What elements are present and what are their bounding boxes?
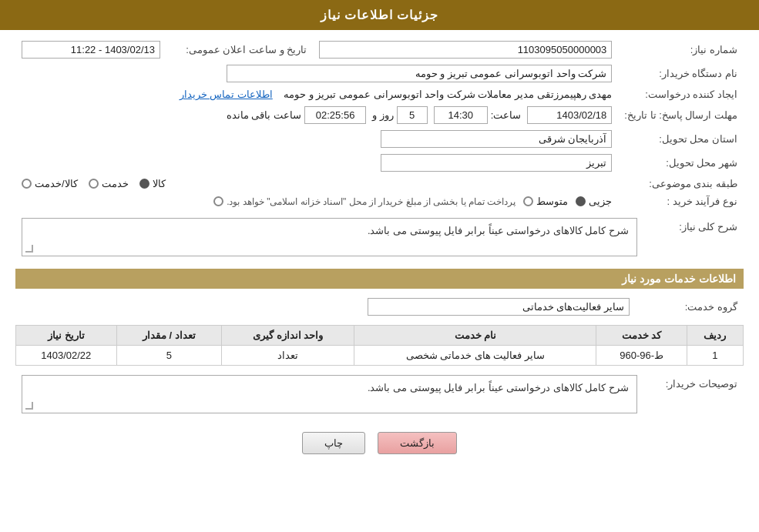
city-label: شهر محل تحویل: <box>618 151 744 175</box>
need-number-label: شماره نیاز: <box>618 38 744 62</box>
purchase-type-medium[interactable]: متوسط <box>523 196 568 207</box>
purchase-radio-partial[interactable] <box>576 196 586 206</box>
page-header: جزئیات اطلاعات نیاز <box>0 0 759 30</box>
buyer-org-value: شرکت واحد اتوبوسرانی عمومی تبریز و حومه <box>227 65 612 82</box>
col-service-name: نام خدمت <box>354 326 596 346</box>
need-number-value: 1103095050000003 <box>319 41 612 59</box>
buyer-org-label: نام دستگاه خریدار: <box>618 62 744 85</box>
buyer-description-row: توصیحات خریدار: شرح کامل کالاهای درخواست… <box>15 372 744 417</box>
purchase-radio-note[interactable] <box>213 196 223 206</box>
print-button[interactable]: چاپ <box>302 432 365 454</box>
category-option-kala-label: کالا <box>153 178 166 189</box>
purchase-type-note-label: پرداخت تمام یا بخشی از مبلغ خریدار از مح… <box>227 196 516 207</box>
services-data-table: ردیف کد خدمت نام خدمت واحد اندازه گیری ت… <box>15 325 744 366</box>
category-radio-kala[interactable] <box>139 179 149 189</box>
city-row: شهر محل تحویل: تبریز <box>15 151 744 175</box>
category-row: طبقه بندی موضوعی: کالا/خدمت خدمت کالا <box>15 175 744 192</box>
row-0-cell-2: سایر فعالیت های خدماتی شخصی <box>354 346 596 366</box>
category-option-khedmat-label: خدمت <box>102 178 129 189</box>
purchase-type-radio-group: پرداخت تمام یا بخشی از مبلغ خریدار از مح… <box>22 196 612 207</box>
page-title: جزئیات اطلاعات نیاز <box>321 8 439 22</box>
province-value: آذربایجان شرقی <box>381 130 612 148</box>
category-option-kala-khedmat-label: کالا/خدمت <box>35 178 78 189</box>
row-0-cell-5: 1403/02/22 <box>16 346 117 366</box>
row-0-cell-4: 5 <box>116 346 222 366</box>
buyer-description-label: توصیحات خریدار: <box>643 372 744 417</box>
deadline-days-value: 5 <box>397 106 428 124</box>
purchase-type-note-item: پرداخت تمام یا بخشی از مبلغ خریدار از مح… <box>213 196 516 207</box>
main-content: شماره نیاز: 1103095050000003 تاریخ و ساع… <box>0 30 759 470</box>
button-row: بازگشت چاپ <box>15 432 744 454</box>
description-row: شرح کلی نیاز: شرح کامل کالاهای درخواستی … <box>15 215 744 259</box>
purchase-type-partial-label: جزیی <box>589 196 612 207</box>
deadline-time-label: ساعت: <box>491 109 522 121</box>
deadline-label: مهلت ارسال پاسخ: تا تاریخ: <box>618 103 744 127</box>
creator-row: ایجاد کننده درخواست: مهدی رهپیمرزتقی مدی… <box>15 85 744 103</box>
buyer-description-text: شرح کامل کالاهای درخواستی عیناً برابر فا… <box>368 382 629 393</box>
deadline-remaining-segment: 02:25:56 ساعت باقی مانده <box>227 106 366 124</box>
table-row: 1ط-96-960سایر فعالیت های خدماتی شخصیتعدا… <box>16 346 744 366</box>
buyer-description-section: توصیحات خریدار: شرح کامل کالاهای درخواست… <box>15 372 744 417</box>
buyer-resize-handle[interactable] <box>25 402 33 410</box>
buyer-org-row: نام دستگاه خریدار: شرکت واحد اتوبوسرانی … <box>15 62 744 85</box>
category-label: طبقه بندی موضوعی: <box>618 175 744 192</box>
deadline-container: 1403/02/18 ساعت: 14:30 5 روز و 02:25:56 <box>22 106 612 124</box>
services-table-body: 1ط-96-960سایر فعالیت های خدماتی شخصیتعدا… <box>16 346 744 366</box>
back-button[interactable]: بازگشت <box>378 432 457 454</box>
description-section: شرح کلی نیاز: شرح کامل کالاهای درخواستی … <box>15 215 744 259</box>
service-group-value: سایر فعالیت‌های خدماتی <box>368 298 630 316</box>
announcement-label: تاریخ و ساعت اعلان عمومی: <box>166 38 313 62</box>
col-row-num: ردیف <box>687 326 743 346</box>
deadline-remaining-label: ساعت باقی مانده <box>227 109 301 121</box>
deadline-day-label: روز و <box>372 109 394 121</box>
buyer-description-content: شرح کامل کالاهای درخواستی عیناً برابر فا… <box>22 375 637 413</box>
row-0-cell-3: تعداد <box>222 346 354 366</box>
row-0-cell-0: 1 <box>687 346 743 366</box>
description-text: شرح کامل کالاهای درخواستی عیناً برابر فا… <box>368 225 629 236</box>
category-option-kala[interactable]: کالا <box>139 178 166 189</box>
need-number-row: شماره نیاز: 1103095050000003 تاریخ و ساع… <box>15 38 744 62</box>
description-label: شرح کلی نیاز: <box>643 215 744 259</box>
category-radio-kala-khedmat[interactable] <box>22 179 32 189</box>
category-option-kala-khedmat[interactable]: کالا/خدمت <box>22 178 78 189</box>
announcement-value: 1403/02/13 - 11:22 <box>22 41 160 59</box>
purchase-type-row: نوع فرآیند خرید : پرداخت تمام یا بخشی از… <box>15 192 744 210</box>
province-row: استان محل تحویل: آذربایجان شرقی <box>15 127 744 151</box>
province-label: استان محل تحویل: <box>618 127 744 151</box>
contact-link[interactable]: اطلاعات تماس خریدار <box>180 89 273 100</box>
creator-value: مهدی رهپیمرزتقی مدیر معاملات شرکت واحد ا… <box>284 89 612 100</box>
deadline-time-segment: ساعت: 14:30 <box>434 106 522 124</box>
purchase-type-partial[interactable]: جزیی <box>576 196 612 207</box>
page-wrapper: جزئیات اطلاعات نیاز شماره نیاز: 11030950… <box>0 0 759 532</box>
row-0-cell-1: ط-96-960 <box>596 346 687 366</box>
deadline-time-value: 14:30 <box>434 106 488 124</box>
col-quantity: تعداد / مقدار <box>116 326 222 346</box>
deadline-row: مهلت ارسال پاسخ: تا تاریخ: 1403/02/18 سا… <box>15 103 744 127</box>
deadline-days-segment: 5 روز و <box>372 106 428 124</box>
col-date: تاریخ نیاز <box>16 326 117 346</box>
city-value: تبریز <box>381 154 612 172</box>
purchase-type-label: نوع فرآیند خرید : <box>618 192 744 210</box>
purchase-radio-medium[interactable] <box>523 196 533 206</box>
description-content: شرح کامل کالاهای درخواستی عیناً برابر فا… <box>22 218 637 256</box>
col-service-code: کد خدمت <box>596 326 687 346</box>
purchase-type-medium-label: متوسط <box>536 196 568 207</box>
category-radio-khedmat[interactable] <box>89 179 99 189</box>
col-unit: واحد اندازه گیری <box>222 326 354 346</box>
deadline-date-segment: 1403/02/18 <box>527 106 612 124</box>
creator-label: ایجاد کننده درخواست: <box>618 85 744 103</box>
service-group-label: گروه خدمت: <box>636 295 744 319</box>
services-section-title: اطلاعات خدمات مورد نیاز <box>15 269 744 289</box>
info-table: شماره نیاز: 1103095050000003 تاریخ و ساع… <box>15 38 744 210</box>
category-option-khedmat[interactable]: خدمت <box>89 178 129 189</box>
resize-handle[interactable] <box>25 245 33 253</box>
services-table-head: ردیف کد خدمت نام خدمت واحد اندازه گیری ت… <box>16 326 744 346</box>
deadline-date-value: 1403/02/18 <box>527 106 612 124</box>
deadline-remaining-value: 02:25:56 <box>304 106 366 124</box>
category-radio-group: کالا/خدمت خدمت کالا <box>22 178 612 189</box>
service-group-row: گروه خدمت: سایر فعالیت‌های خدماتی <box>15 295 744 319</box>
services-table-header-row: ردیف کد خدمت نام خدمت واحد اندازه گیری ت… <box>16 326 744 346</box>
